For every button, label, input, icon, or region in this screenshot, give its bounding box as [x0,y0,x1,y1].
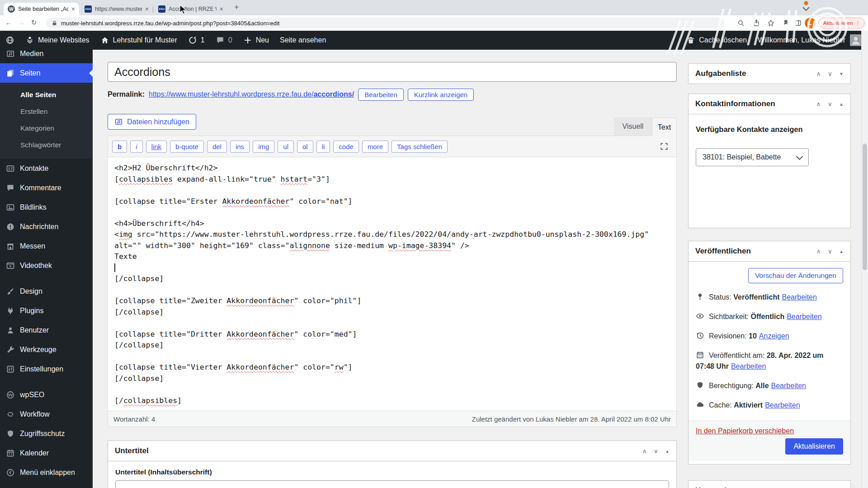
quicktag-b[interactable]: b [112,141,127,153]
publish-row-action-link[interactable]: Bearbeiten [771,382,806,389]
sidebar-item-plugins[interactable]: Plugins [0,301,93,320]
quicktag-ins[interactable]: ins [230,141,250,153]
quicktag-link[interactable]: link [146,141,167,153]
move-up-icon[interactable]: ∧ [816,100,821,108]
quicktag-ul[interactable]: ul [278,141,294,153]
move-down-icon[interactable]: ∨ [828,70,832,77]
quicktag-li[interactable]: li [316,141,330,153]
reload-icon[interactable]: ↻ [29,19,39,27]
preview-changes-button[interactable]: Vorschau der Änderungen [748,268,843,283]
fullscreen-icon[interactable] [660,142,669,151]
editor-textarea[interactable]: <h2>H2 Überschrift</h2>[collapsibles exp… [108,157,676,408]
misspelled-word: rw [335,363,344,371]
quicktag-code[interactable]: code [333,141,359,153]
sidebar-item-zugriffsschutz[interactable]: Zugriffsschutz [0,424,93,443]
publish-row-action-link[interactable]: Bearbeiten [787,313,821,320]
wp-logo-menu[interactable] [0,31,20,50]
publish-row-action-link[interactable]: Bearbeiten [731,362,766,370]
share-icon[interactable] [752,19,760,27]
quicktag-i[interactable]: i [130,141,142,153]
zoom-icon[interactable] [737,19,745,27]
move-down-icon[interactable]: ∨ [828,248,832,255]
sidebar-item-label: wpSEO [20,391,44,399]
extensions-icon[interactable] [782,19,790,27]
browser-tab-2[interactable]: FAUhttps://www.muster-lehrstuhl× [80,3,153,15]
tab-visual[interactable]: Visuell [614,117,652,136]
bookmark-star-icon[interactable] [767,19,775,27]
quicktag-img[interactable]: img [253,141,274,153]
url-bar[interactable]: muster-lehrstuhl.wordpress.rrze.fau.de/w… [46,18,724,28]
chevron-down-icon [796,153,803,160]
close-icon[interactable]: × [71,6,75,12]
sidebar-item-menu-einklappen[interactable]: Menü einklappen [0,463,93,482]
move-up-icon[interactable]: ∧ [642,447,647,455]
move-to-trash-link[interactable]: In den Papierkorb verschieben [696,427,794,435]
sidebar-item-seiten[interactable]: Seiten [0,63,93,83]
updates-menu[interactable]: 1 [183,31,210,50]
close-icon[interactable]: × [145,6,149,12]
move-up-icon[interactable]: ∧ [816,248,821,255]
sidebar-subitem-schlagw-rter[interactable]: Schlagwörter [0,136,93,153]
sidebar-item-wpseo[interactable]: wpSEO [0,385,93,404]
comments-menu[interactable]: 0 [210,31,238,50]
publish-row-action-link[interactable]: Bearbeiten [765,401,800,409]
clear-cache-menu[interactable]: Cache löschen [681,36,752,45]
sidebar-item-einstellungen[interactable]: Einstellungen [0,359,93,379]
site-name-menu[interactable]: Lehrstuhl für Muster [95,31,183,50]
contacts-select[interactable]: 38101: Beispiel, Babette [696,148,809,166]
browser-profile-avatar[interactable]: L [805,18,816,28]
sidebar-item-messen[interactable]: Messen [0,236,93,256]
toggle-panel-icon[interactable]: ▲ [839,102,844,107]
sidebar-item-kommentare[interactable]: Kommentare [0,178,93,197]
sidebar-item-benutzer[interactable]: Benutzer [0,320,93,340]
sidebar-item-workflow[interactable]: Workflow [0,404,93,424]
scrollbar-thumb[interactable] [863,144,867,270]
add-media-button[interactable]: Dateien hinzufügen [108,114,196,130]
move-down-icon[interactable]: ∨ [828,100,832,108]
forward-icon[interactable]: → [16,19,26,26]
close-icon[interactable]: × [220,6,223,12]
toggle-panel-icon[interactable]: ▲ [839,249,844,254]
sidebar-subitem-erstellen[interactable]: Erstellen [0,103,93,120]
quicktag-del[interactable]: del [207,141,227,153]
my-account-menu[interactable]: Willkommen, Lukas Niebler [752,36,845,44]
quicktag-ol[interactable]: ol [297,141,313,153]
user-avatar[interactable] [850,34,862,46]
quicktag-Tags-schlie-en[interactable]: Tags schließen [392,141,448,153]
tab-text[interactable]: Text [652,117,677,136]
toggle-panel-icon[interactable]: ▼ [839,71,844,76]
sidebar-item-videothek[interactable]: Videothek [0,256,93,275]
my-sites-menu[interactable]: Meine Websites [20,31,95,50]
back-icon[interactable]: ← [4,19,14,26]
sidebar-item-design[interactable]: Design [0,282,93,301]
side-panel-icon[interactable] [794,19,802,27]
permalink-link[interactable]: https://www.muster-lehrstuhl.wordpress.r… [149,90,354,99]
quicktag-b-quote[interactable]: b-quote [170,141,204,153]
sidebar-subitem-alle-seiten[interactable]: Alle Seiten [0,86,93,103]
new-content-menu[interactable]: Neu [238,31,274,50]
move-down-icon[interactable]: ∨ [654,447,658,455]
page-title-input[interactable] [108,62,677,82]
sidebar-item-bildlinks[interactable]: Bildlinks [0,197,93,217]
sidebar-item-nachrichten[interactable]: Nachrichten [0,217,93,236]
publish-row-action-link[interactable]: Bearbeiten [782,293,816,301]
view-page-menu[interactable]: Seite ansehen [274,31,331,50]
sidebar-subitem-kategorien[interactable]: Kategorien [0,120,93,136]
move-up-icon[interactable]: ∧ [816,70,821,77]
browser-tab-3[interactable]: FAUAccordion | RRZE WP× [154,3,227,15]
permalink-edit-button[interactable]: Bearbeiten [358,89,404,101]
toggle-panel-icon[interactable]: ▲ [665,449,670,454]
sidebar-item-kontakte[interactable]: Kontakte [0,159,93,178]
browser-tab-1[interactable]: WSeite bearbeiten „Accordions“× [4,3,79,15]
new-tab-button[interactable]: + [234,3,239,12]
publish-row-action-link[interactable]: Anzeigen [759,332,789,340]
update-button[interactable]: Aktualisieren [785,438,843,455]
scrollbar-track[interactable] [861,31,868,488]
browser-update-pill[interactable]: Aktualisieren ⋮ [818,18,865,28]
quicktag-more[interactable]: more [362,141,388,153]
sidebar-item-werkzeuge[interactable]: Werkzeuge [0,340,93,359]
subtitle-input[interactable] [115,480,669,488]
shortlink-button[interactable]: Kurzlink anzeigen [408,89,474,101]
browser-menu-icon[interactable]: ⋮ [855,20,861,26]
sidebar-item-kalender[interactable]: Kalender [0,443,93,463]
